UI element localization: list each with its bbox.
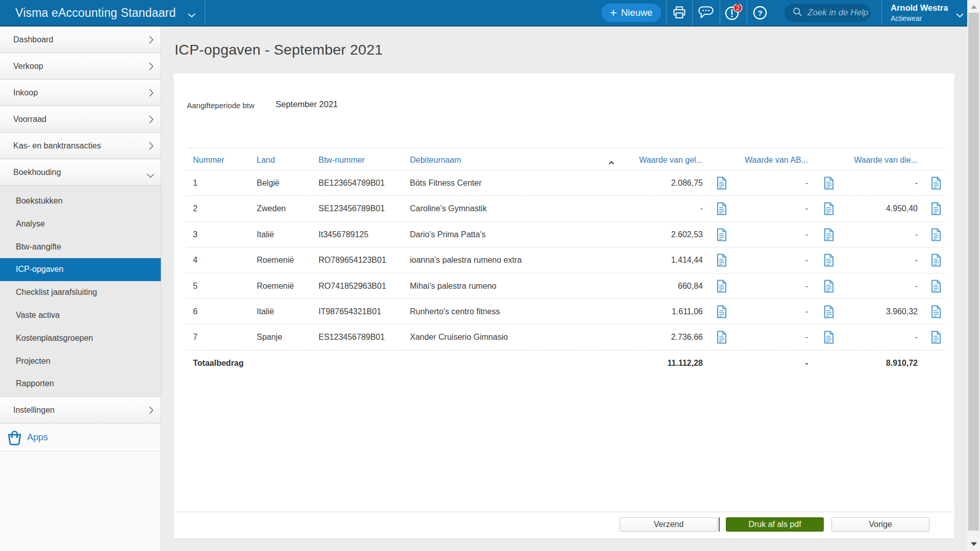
sidebar-item-kas-en-banktransacties[interactable]: Kas- en banktransacties bbox=[0, 133, 161, 159]
document-icon[interactable] bbox=[931, 331, 941, 344]
sidebar-item-inkoop[interactable]: Inkoop bbox=[0, 80, 161, 106]
page-title: ICP-opgaven - September 2021 bbox=[175, 41, 383, 58]
chevron-right-icon bbox=[149, 89, 154, 99]
sidebar-subitem-analyse[interactable]: Analyse bbox=[0, 213, 161, 236]
column-header-btw-nummer[interactable]: Btw-nummer bbox=[318, 148, 365, 170]
document-icon[interactable] bbox=[931, 305, 941, 318]
sidebar-item-verkoop[interactable]: Verkoop bbox=[0, 53, 161, 80]
user-menu[interactable]: Arnold Westra Actiewear bbox=[891, 0, 967, 26]
app-title-chevron-down-icon[interactable] bbox=[188, 11, 195, 20]
sidebar: Dashboard Verkoop Inkoop Voorraad Kas- e… bbox=[0, 27, 161, 551]
topbar: Visma eAccounting Standaard +Nieuwe bbox=[0, 0, 967, 27]
document-icon[interactable] bbox=[931, 202, 941, 215]
help-icon[interactable]: ? bbox=[747, 0, 773, 26]
search-icon bbox=[793, 7, 802, 19]
scrollbar-thumb[interactable] bbox=[968, 13, 979, 531]
column-header-land[interactable]: Land bbox=[257, 148, 275, 170]
chevron-right-icon bbox=[149, 62, 154, 72]
sidebar-item-instellingen[interactable]: Instellingen bbox=[0, 397, 161, 423]
sidebar-item-dashboard[interactable]: Dashboard bbox=[0, 27, 161, 53]
chevron-right-icon bbox=[149, 115, 154, 126]
scroll-down-arrow[interactable] bbox=[967, 540, 980, 547]
column-header-waarde-geleverde[interactable]: Waarde van gel... bbox=[605, 148, 703, 170]
column-header-waarde-diensten[interactable]: Waarde van die... bbox=[830, 148, 918, 170]
sidebar-subitem-rapporten[interactable]: Rapporten bbox=[0, 372, 161, 395]
table-row[interactable]: 5 Roemenië RO741852963B01 Mihai's palest… bbox=[187, 273, 945, 299]
total-waarde-abc: - bbox=[723, 350, 808, 376]
document-icon[interactable] bbox=[931, 254, 941, 267]
topbar-separator bbox=[881, 0, 882, 26]
sidebar-subitem-vaste-activa[interactable]: Vaste activa bbox=[0, 304, 161, 327]
user-company: Actiewear bbox=[891, 14, 922, 22]
period-label: Aangifteperiode btw bbox=[187, 101, 255, 110]
new-button[interactable]: +Nieuwe bbox=[601, 4, 661, 22]
table-row[interactable]: 3 Italië It3456789125 Dario's Prima Patt… bbox=[187, 222, 945, 247]
icp-card: Aangifteperiode btw September 2021 Numme… bbox=[174, 73, 954, 538]
shopping-bag-icon bbox=[8, 430, 21, 448]
column-header-waarde-abc[interactable]: Waarde van AB... bbox=[723, 148, 808, 170]
table-row[interactable]: 7 Spanje ES123456789B01 Xander Cruiserio… bbox=[187, 324, 945, 350]
table-row[interactable]: 4 Roemenië RO789654123B01 ioanna's pales… bbox=[187, 247, 945, 273]
print-icon[interactable] bbox=[666, 0, 692, 26]
table-row[interactable]: 2 Zweden SE123456789B01 Caroline's Gymna… bbox=[187, 196, 945, 221]
notification-count: 2 bbox=[736, 5, 740, 12]
sidebar-subitem-projecten[interactable]: Projecten bbox=[0, 350, 161, 373]
sidebar-subitem-btw-aangifte[interactable]: Btw-aangifte bbox=[0, 236, 161, 259]
table-body: 1 België BE123654789B01 Böts Fitness Cen… bbox=[187, 170, 945, 350]
print-pdf-button[interactable]: Druk af als pdf bbox=[726, 517, 824, 532]
footer-divider bbox=[174, 512, 954, 512]
help-search-input[interactable]: Zoek in de Help bbox=[785, 4, 870, 22]
previous-button[interactable]: Vorige bbox=[831, 517, 929, 532]
user-name: Arnold Westra bbox=[891, 3, 948, 13]
plus-icon: + bbox=[610, 6, 617, 19]
table-row[interactable]: 6 Italië IT987654321B01 Runherto's centr… bbox=[187, 299, 945, 324]
notifications-icon[interactable]: 2 bbox=[720, 0, 747, 26]
document-icon[interactable] bbox=[931, 228, 941, 241]
column-header-debiteurnaam[interactable]: Debiteurnaam bbox=[410, 148, 461, 170]
chat-icon[interactable] bbox=[692, 0, 720, 26]
app-title[interactable]: Visma eAccounting Standaard bbox=[15, 0, 176, 26]
total-waarde-geleverde: 11.112,28 bbox=[605, 350, 703, 376]
total-waarde-diensten: 8.910,72 bbox=[830, 350, 918, 376]
document-icon[interactable] bbox=[931, 280, 941, 293]
sidebar-subitem-icp-opgaven[interactable]: ICP-opgaven bbox=[0, 258, 161, 281]
table-header-row: Nummer Land Btw-nummer Debiteurnaam Waar… bbox=[187, 148, 945, 170]
sidebar-subitem-checklist-jaarafsluiting[interactable]: Checklist jaarafsluiting bbox=[0, 281, 161, 304]
scroll-up-arrow[interactable] bbox=[967, 3, 980, 10]
total-label: Totaalbedrag bbox=[193, 350, 243, 376]
user-chevron-down-icon bbox=[956, 11, 964, 20]
chevron-right-icon bbox=[149, 406, 154, 416]
icp-table: Nummer Land Btw-nummer Debiteurnaam Waar… bbox=[187, 148, 945, 376]
apps-label: Apps bbox=[27, 423, 48, 452]
main-content: ICP-opgaven - September 2021 Aangifteper… bbox=[162, 27, 967, 551]
boekhouding-submenu: Boekstukken Analyse Btw-aangifte ICP-opg… bbox=[0, 186, 161, 397]
notification-badge: 2 bbox=[733, 4, 742, 12]
button-caret bbox=[719, 517, 720, 532]
period-value: September 2021 bbox=[276, 99, 338, 109]
topbar-separator bbox=[205, 0, 205, 26]
sidebar-item-apps[interactable]: Apps bbox=[0, 423, 161, 452]
sidebar-subitem-kostenplaatsgroepen[interactable]: Kostenplaatsgroepen bbox=[0, 327, 161, 350]
total-row: Totaalbedrag 11.112,28 - 8.910,72 bbox=[187, 350, 945, 376]
table-row[interactable]: 1 België BE123654789B01 Böts Fitness Cen… bbox=[187, 170, 945, 196]
send-button[interactable]: Verzend bbox=[620, 517, 718, 532]
sidebar-subitem-boekstukken[interactable]: Boekstukken bbox=[0, 190, 161, 213]
svg-text:?: ? bbox=[757, 9, 762, 17]
vertical-scrollbar[interactable] bbox=[967, 0, 980, 551]
sidebar-item-boekhouding[interactable]: Boekhouding bbox=[0, 159, 161, 186]
sidebar-item-voorraad[interactable]: Voorraad bbox=[0, 106, 161, 133]
search-placeholder: Zoek in de Help bbox=[807, 8, 868, 18]
chevron-right-icon bbox=[149, 36, 154, 46]
column-header-nummer[interactable]: Nummer bbox=[193, 148, 224, 170]
chevron-right-icon bbox=[149, 142, 154, 152]
chevron-down-icon bbox=[146, 171, 155, 180]
document-icon[interactable] bbox=[931, 177, 941, 190]
